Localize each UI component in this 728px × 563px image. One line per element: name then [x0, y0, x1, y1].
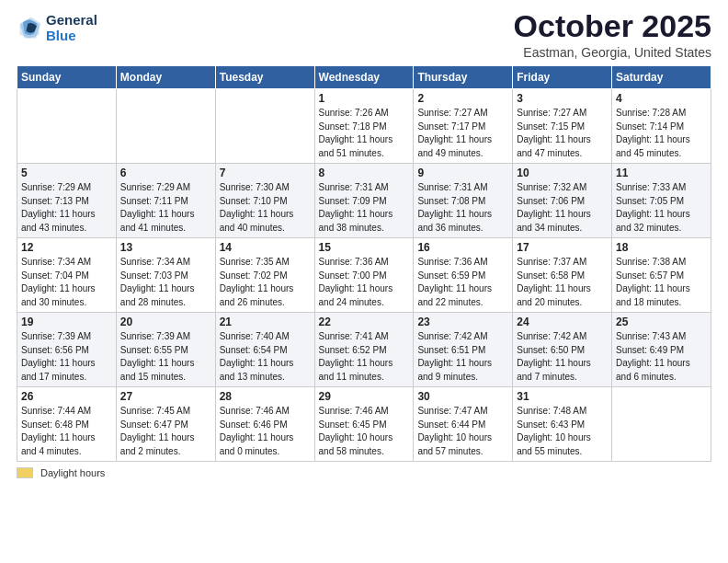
day-detail: Sunrise: 7:31 AM Sunset: 7:09 PM Dayligh…	[319, 181, 410, 235]
calendar-week-row: 26Sunrise: 7:44 AM Sunset: 6:48 PM Dayli…	[17, 387, 711, 462]
day-detail: Sunrise: 7:45 AM Sunset: 6:47 PM Dayligh…	[120, 405, 211, 458]
day-detail: Sunrise: 7:34 AM Sunset: 7:04 PM Dayligh…	[21, 256, 112, 309]
calendar-cell: 31Sunrise: 7:48 AM Sunset: 6:43 PM Dayli…	[513, 387, 612, 462]
day-detail: Sunrise: 7:41 AM Sunset: 6:52 PM Dayligh…	[319, 330, 410, 384]
day-detail: Sunrise: 7:33 AM Sunset: 7:05 PM Dayligh…	[616, 181, 707, 235]
calendar-cell: 21Sunrise: 7:40 AM Sunset: 6:54 PM Dayli…	[215, 313, 314, 387]
calendar-cell: 6Sunrise: 7:29 AM Sunset: 7:11 PM Daylig…	[116, 164, 215, 238]
calendar-cell: 2Sunrise: 7:27 AM Sunset: 7:17 PM Daylig…	[414, 89, 513, 164]
calendar-cell: 19Sunrise: 7:39 AM Sunset: 6:56 PM Dayli…	[17, 313, 117, 387]
page: General Blue October 2025 Eastman, Georg…	[0, 0, 728, 563]
day-detail: Sunrise: 7:35 AM Sunset: 7:02 PM Dayligh…	[220, 256, 311, 309]
day-number: 2	[417, 92, 508, 105]
day-number: 17	[517, 241, 608, 254]
day-detail: Sunrise: 7:27 AM Sunset: 7:17 PM Dayligh…	[417, 107, 508, 160]
footer: Daylight hours	[17, 467, 711, 478]
calendar-cell: 14Sunrise: 7:35 AM Sunset: 7:02 PM Dayli…	[215, 238, 314, 313]
calendar-cell: 15Sunrise: 7:36 AM Sunset: 7:00 PM Dayli…	[314, 238, 414, 313]
day-number: 22	[319, 316, 410, 328]
day-detail: Sunrise: 7:42 AM Sunset: 6:51 PM Dayligh…	[417, 330, 508, 384]
calendar-cell: 1Sunrise: 7:26 AM Sunset: 7:18 PM Daylig…	[314, 89, 414, 164]
day-detail: Sunrise: 7:48 AM Sunset: 6:43 PM Dayligh…	[517, 405, 608, 458]
day-number: 15	[319, 241, 410, 254]
day-number: 9	[417, 167, 508, 179]
logo: General Blue	[17, 13, 97, 43]
calendar-week-row: 19Sunrise: 7:39 AM Sunset: 6:56 PM Dayli…	[17, 313, 711, 387]
day-detail: Sunrise: 7:30 AM Sunset: 7:10 PM Dayligh…	[220, 181, 311, 235]
calendar-cell: 25Sunrise: 7:43 AM Sunset: 6:49 PM Dayli…	[612, 313, 711, 387]
calendar-cell: 4Sunrise: 7:28 AM Sunset: 7:14 PM Daylig…	[612, 89, 711, 164]
calendar-cell: 13Sunrise: 7:34 AM Sunset: 7:03 PM Dayli…	[116, 238, 215, 313]
main-title: October 2025	[514, 9, 711, 43]
day-number: 31	[517, 390, 608, 403]
calendar-cell: 20Sunrise: 7:39 AM Sunset: 6:55 PM Dayli…	[116, 313, 215, 387]
calendar-cell: 30Sunrise: 7:47 AM Sunset: 6:44 PM Dayli…	[414, 387, 513, 462]
calendar-cell: 9Sunrise: 7:31 AM Sunset: 7:08 PM Daylig…	[414, 164, 513, 238]
calendar-cell: 17Sunrise: 7:37 AM Sunset: 6:58 PM Dayli…	[513, 238, 612, 313]
day-number: 8	[319, 167, 410, 179]
day-detail: Sunrise: 7:32 AM Sunset: 7:06 PM Dayligh…	[517, 181, 608, 235]
day-number: 20	[120, 316, 211, 328]
day-number: 12	[21, 241, 112, 254]
day-number: 14	[220, 241, 311, 254]
calendar-cell: 22Sunrise: 7:41 AM Sunset: 6:52 PM Dayli…	[314, 313, 414, 387]
day-detail: Sunrise: 7:34 AM Sunset: 7:03 PM Dayligh…	[120, 256, 211, 309]
calendar-cell: 26Sunrise: 7:44 AM Sunset: 6:48 PM Dayli…	[17, 387, 117, 462]
day-detail: Sunrise: 7:47 AM Sunset: 6:44 PM Dayligh…	[417, 405, 508, 458]
day-number: 28	[220, 390, 311, 403]
day-detail: Sunrise: 7:42 AM Sunset: 6:50 PM Dayligh…	[517, 330, 608, 384]
daylight-swatch	[17, 467, 33, 478]
footer-label: Daylight hours	[40, 467, 105, 478]
day-detail: Sunrise: 7:46 AM Sunset: 6:46 PM Dayligh…	[220, 405, 311, 458]
day-detail: Sunrise: 7:38 AM Sunset: 6:57 PM Dayligh…	[616, 256, 707, 309]
day-number: 30	[417, 390, 508, 403]
day-number: 19	[21, 316, 112, 328]
day-number: 5	[21, 167, 112, 179]
calendar-cell: 12Sunrise: 7:34 AM Sunset: 7:04 PM Dayli…	[17, 238, 117, 313]
header: General Blue October 2025 Eastman, Georg…	[17, 9, 711, 60]
day-detail: Sunrise: 7:43 AM Sunset: 6:49 PM Dayligh…	[616, 330, 707, 384]
logo-general-text: General	[46, 13, 97, 29]
calendar-cell: 16Sunrise: 7:36 AM Sunset: 6:59 PM Dayli…	[414, 238, 513, 313]
day-detail: Sunrise: 7:31 AM Sunset: 7:08 PM Dayligh…	[417, 181, 508, 235]
day-number: 23	[417, 316, 508, 328]
calendar-week-row: 5Sunrise: 7:29 AM Sunset: 7:13 PM Daylig…	[17, 164, 711, 238]
calendar-header-friday: Friday	[513, 66, 612, 89]
calendar-header-thursday: Thursday	[414, 66, 513, 89]
day-detail: Sunrise: 7:28 AM Sunset: 7:14 PM Dayligh…	[616, 107, 707, 160]
day-detail: Sunrise: 7:29 AM Sunset: 7:11 PM Dayligh…	[120, 181, 211, 235]
calendar-cell: 24Sunrise: 7:42 AM Sunset: 6:50 PM Dayli…	[513, 313, 612, 387]
day-number: 4	[616, 92, 707, 105]
calendar-cell	[17, 89, 117, 164]
calendar-cell: 10Sunrise: 7:32 AM Sunset: 7:06 PM Dayli…	[513, 164, 612, 238]
calendar-cell: 11Sunrise: 7:33 AM Sunset: 7:05 PM Dayli…	[612, 164, 711, 238]
day-number: 18	[616, 241, 707, 254]
calendar-header-tuesday: Tuesday	[215, 66, 314, 89]
day-number: 27	[120, 390, 211, 403]
calendar-table: SundayMondayTuesdayWednesdayThursdayFrid…	[17, 65, 711, 462]
calendar-header-row: SundayMondayTuesdayWednesdayThursdayFrid…	[17, 66, 711, 89]
day-number: 7	[220, 167, 311, 179]
day-detail: Sunrise: 7:39 AM Sunset: 6:56 PM Dayligh…	[21, 330, 112, 384]
calendar-week-row: 1Sunrise: 7:26 AM Sunset: 7:18 PM Daylig…	[17, 89, 711, 164]
day-detail: Sunrise: 7:46 AM Sunset: 6:45 PM Dayligh…	[319, 405, 410, 458]
calendar-cell: 5Sunrise: 7:29 AM Sunset: 7:13 PM Daylig…	[17, 164, 117, 238]
day-detail: Sunrise: 7:36 AM Sunset: 7:00 PM Dayligh…	[319, 256, 410, 309]
day-number: 10	[517, 167, 608, 179]
calendar-cell: 7Sunrise: 7:30 AM Sunset: 7:10 PM Daylig…	[215, 164, 314, 238]
day-number: 3	[517, 92, 608, 105]
day-number: 11	[616, 167, 707, 179]
calendar-header-wednesday: Wednesday	[314, 66, 414, 89]
calendar-cell: 29Sunrise: 7:46 AM Sunset: 6:45 PM Dayli…	[314, 387, 414, 462]
day-number: 6	[120, 167, 211, 179]
day-number: 29	[319, 390, 410, 403]
day-detail: Sunrise: 7:36 AM Sunset: 6:59 PM Dayligh…	[417, 256, 508, 309]
calendar-cell: 8Sunrise: 7:31 AM Sunset: 7:09 PM Daylig…	[314, 164, 414, 238]
day-detail: Sunrise: 7:39 AM Sunset: 6:55 PM Dayligh…	[120, 330, 211, 384]
logo-icon	[17, 16, 42, 41]
day-number: 25	[616, 316, 707, 328]
calendar-cell	[215, 89, 314, 164]
calendar-cell	[116, 89, 215, 164]
subtitle: Eastman, Georgia, United States	[514, 45, 711, 60]
calendar-cell: 23Sunrise: 7:42 AM Sunset: 6:51 PM Dayli…	[414, 313, 513, 387]
